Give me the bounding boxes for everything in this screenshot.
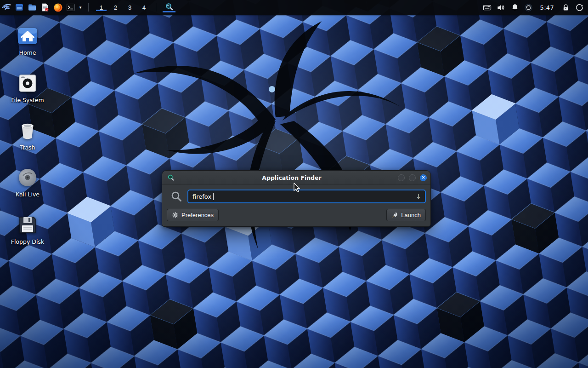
lock-icon[interactable] (559, 0, 572, 15)
text-caret (213, 193, 214, 200)
maximize-button[interactable] (409, 174, 416, 181)
dialog-body: firefox ↓ (162, 185, 430, 226)
launch-label: Launch (401, 212, 421, 218)
taskbar-application-finder[interactable] (161, 2, 177, 12)
minimize-button[interactable] (398, 174, 405, 181)
close-button[interactable]: ✕ (420, 174, 427, 181)
launch-button[interactable]: Launch (386, 209, 426, 221)
desktop-icon-home[interactable]: Home (6, 25, 49, 56)
titlebar[interactable]: Application Finder ✕ (162, 171, 430, 185)
desktop-icon-list: Home File System Trash (6, 25, 49, 245)
launch-icon (391, 212, 398, 218)
desktop-icon-label: File System (11, 97, 44, 104)
firefox-icon[interactable] (51, 0, 64, 15)
close-icon: ✕ (422, 176, 425, 180)
desktop-icon-label: Trash (20, 144, 35, 151)
keyboard-icon[interactable] (481, 0, 494, 15)
desktop-icon-kali-live[interactable]: Kali Live (6, 167, 49, 198)
volume-icon[interactable] (494, 0, 508, 15)
workspace-2[interactable]: 2 (108, 4, 123, 11)
workspace-4[interactable]: 4 (137, 4, 151, 11)
kali-logo-icon (1, 2, 11, 13)
terminal-icon[interactable] (64, 0, 77, 15)
panel-separator (156, 3, 156, 12)
window-title: Application Finder (190, 174, 394, 181)
notifications-bell-icon[interactable] (508, 0, 522, 15)
updates-icon[interactable] (522, 0, 536, 15)
dropdown-arrow-icon[interactable]: ↓ (416, 190, 421, 202)
kali-menu-button[interactable] (0, 0, 13, 15)
appfinder-window-icon (167, 173, 175, 182)
workspace-1[interactable]: 1 (94, 4, 108, 11)
workspace-3[interactable]: 3 (123, 4, 137, 11)
search-row: firefox ↓ (167, 190, 426, 203)
clock[interactable]: 5:47 (536, 4, 559, 11)
system-tray: 5:47 (481, 0, 588, 15)
chevron-down-icon[interactable]: ▾ (77, 0, 84, 15)
panel-left: ▾ 1 2 3 4 (0, 0, 177, 15)
desktop-icon-file-system[interactable]: File System (6, 72, 49, 104)
floppy-disk-icon (17, 214, 39, 236)
preferences-button[interactable]: Preferences (167, 209, 219, 221)
application-finder-window: Application Finder ✕ firefox ↓ (162, 170, 431, 227)
window-controls: ✕ (398, 174, 427, 181)
button-row: Preferences Launch (167, 209, 426, 221)
desktop-icon-label: Floppy Disk (11, 239, 44, 245)
file-system-drive-icon (17, 72, 39, 94)
panel-separator (88, 3, 89, 12)
app-finder-icon (165, 2, 174, 12)
desktop-icon-label: Kali Live (16, 191, 40, 198)
folder-icon[interactable] (26, 0, 39, 15)
search-input-value: firefox (192, 193, 211, 200)
search-icon (170, 190, 182, 203)
desktop-icon-trash[interactable]: Trash (6, 120, 49, 151)
search-input[interactable]: firefox ↓ (187, 190, 426, 203)
workspace-switcher: 1 2 3 4 (94, 4, 151, 11)
home-folder-icon (17, 25, 39, 47)
logout-icon[interactable] (572, 0, 586, 15)
file-manager-icon[interactable] (13, 0, 26, 15)
desktop-icon-floppy-disk[interactable]: Floppy Disk (6, 214, 49, 245)
kali-live-disc-icon (17, 167, 39, 189)
text-editor-icon[interactable] (39, 0, 51, 15)
top-panel: ▾ 1 2 3 4 (0, 0, 588, 15)
desktop-icon-label: Home (19, 50, 36, 56)
trash-basket-icon (17, 120, 39, 142)
gear-icon (172, 212, 179, 218)
preferences-label: Preferences (181, 212, 214, 218)
